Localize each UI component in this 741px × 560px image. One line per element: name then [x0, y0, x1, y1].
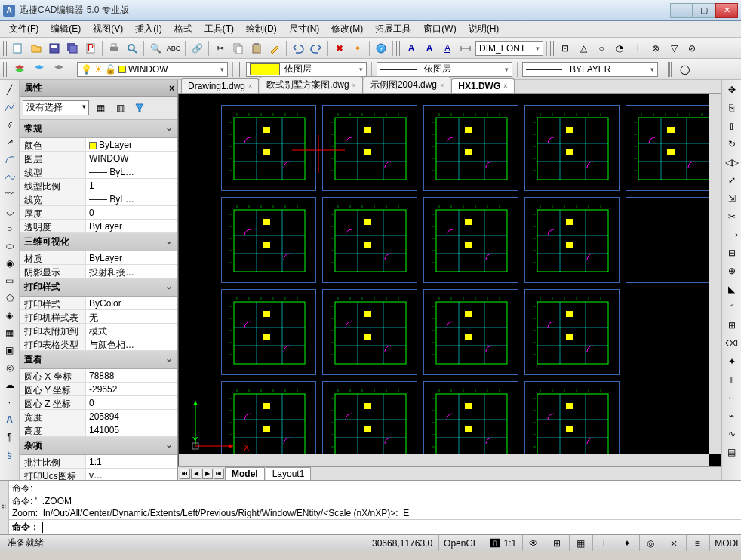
point-icon[interactable]: · [2, 394, 18, 410]
line-icon[interactable]: ╱ [2, 82, 18, 97]
tab-hx1[interactable]: HX1.DWG× [451, 78, 514, 93]
dimfont-combo[interactable]: DIM_FONT [475, 41, 543, 56]
command-input[interactable]: 命令： [9, 519, 741, 534]
snap-tangent-icon[interactable]: ◔ [611, 40, 628, 57]
property-grid[interactable]: 常规 颜色ByLayer 图层WINDOW 线型—— ByL… 线型比例1 线宽… [20, 119, 177, 480]
snap-endpoint-icon[interactable]: ⊡ [557, 40, 573, 57]
menu-help[interactable]: 说明(H) [464, 21, 504, 37]
move-icon[interactable]: ✥ [724, 82, 740, 98]
undo-icon[interactable] [290, 40, 306, 57]
section-misc[interactable]: 杂项 [20, 437, 177, 455]
tab-villa[interactable]: 欧式别墅方案图.dwg× [260, 76, 363, 93]
menu-file[interactable]: 文件(F) [5, 21, 43, 37]
layer-manager-icon[interactable] [11, 61, 28, 78]
textstyle-b-icon[interactable]: A [421, 40, 438, 57]
circle-icon[interactable]: ○ [2, 220, 18, 236]
snap-perp-icon[interactable]: ⊥ [629, 40, 646, 57]
snap-icon[interactable]: ⊞ [551, 537, 563, 549]
align-icon[interactable]: ⫴ [724, 371, 740, 388]
explode-icon[interactable]: ✦ [349, 40, 366, 57]
pickadd-icon[interactable]: ▥ [112, 100, 128, 116]
layer-prev-icon[interactable] [31, 61, 48, 78]
tab-close-icon[interactable]: × [440, 82, 444, 89]
arc-icon[interactable] [2, 151, 18, 167]
menu-insert[interactable]: 插入(I) [131, 21, 166, 37]
annoscale-icon[interactable]: 🅰 [489, 537, 501, 549]
linetype-combo[interactable]: ————依图层 [377, 62, 512, 77]
osnap-icon[interactable]: ◎ [644, 537, 656, 549]
rotate-icon[interactable]: ↻ [724, 136, 740, 152]
snap-none-icon[interactable]: ⊘ [684, 40, 700, 57]
edit-spline-icon[interactable]: ∿ [724, 426, 740, 442]
section-general[interactable]: 常规 [20, 120, 177, 138]
tab-close-icon[interactable]: × [248, 82, 252, 90]
minimize-button[interactable]: ─ [670, 3, 693, 18]
lineweight-combo[interactable]: ————BYLAYER [522, 62, 658, 77]
ortho-icon[interactable]: ⊥ [598, 537, 610, 549]
tab-next-icon[interactable]: ▶ [202, 469, 213, 479]
toolbar-grip[interactable] [3, 41, 7, 56]
helix-icon[interactable]: § [2, 446, 18, 462]
polar-icon[interactable]: ✦ [621, 537, 633, 549]
section-print[interactable]: 打印样式 [20, 278, 177, 297]
menu-tools[interactable]: 工具(T) [200, 21, 238, 37]
paste-icon[interactable] [248, 40, 265, 57]
chamfer-icon[interactable]: ◣ [724, 281, 740, 297]
snap-insert-icon[interactable]: ▽ [666, 40, 682, 57]
spell-icon[interactable]: ABC [165, 40, 182, 57]
maximize-button[interactable]: ▢ [693, 3, 715, 18]
tab-close-icon[interactable]: × [503, 82, 507, 90]
saveall-icon[interactable] [64, 40, 81, 57]
hatch-icon[interactable]: ▦ [2, 325, 18, 340]
fillet-icon[interactable]: ◜ [724, 299, 740, 315]
menu-format[interactable]: 格式 [170, 21, 197, 37]
grid-icon[interactable]: ▦ [574, 537, 586, 549]
region-icon[interactable]: ◈ [2, 307, 18, 323]
toolbar-grip[interactable] [550, 41, 554, 56]
save-icon[interactable] [46, 40, 63, 57]
quickselect-icon[interactable]: ▦ [92, 100, 109, 116]
toolbar-grip[interactable] [668, 62, 672, 77]
status-mode[interactable]: MODE [709, 535, 741, 551]
revision-icon[interactable]: ☁ [2, 377, 18, 392]
menu-modify[interactable]: 修改(M) [327, 21, 367, 37]
close-button[interactable]: ✕ [715, 3, 738, 18]
find-icon[interactable]: 🔍 [147, 40, 164, 57]
print-icon[interactable] [106, 40, 122, 57]
color-combo[interactable]: 依图层 [246, 62, 367, 77]
otrack-icon[interactable]: ⤫ [668, 537, 680, 549]
menu-view[interactable]: 视图(V) [88, 21, 128, 37]
join-icon[interactable]: ⊕ [724, 263, 740, 279]
snap-midpoint-icon[interactable]: △ [575, 40, 592, 57]
cmd-grip[interactable]: ⠿ [0, 481, 9, 534]
canvas[interactable]: /* drawn below via JS */ Y X [178, 94, 721, 466]
copy2-icon[interactable]: ⎘ [724, 100, 740, 116]
tab-first-icon[interactable]: ⏮ [180, 469, 190, 479]
snap-node-icon[interactable]: ⊗ [647, 40, 664, 57]
filter-icon[interactable] [131, 100, 148, 116]
edit-pline-icon[interactable]: ⌁ [724, 408, 740, 424]
explode2-icon[interactable]: ✦ [724, 353, 740, 370]
donut-icon[interactable]: ◉ [2, 255, 18, 271]
freehand-icon[interactable]: 〰 [2, 186, 18, 202]
model-tab[interactable]: Model [225, 467, 265, 481]
menu-draw[interactable]: 绘制(D) [241, 21, 281, 37]
scale-icon[interactable]: ⤢ [724, 172, 740, 189]
annovis-icon[interactable]: 👁 [527, 537, 540, 549]
scrollbar-horizontal[interactable] [179, 454, 709, 466]
panel-close-icon[interactable]: × [169, 83, 174, 94]
preview-icon[interactable] [124, 40, 140, 57]
menu-dim[interactable]: 尺寸(N) [284, 21, 324, 37]
command-history[interactable]: 命令: 命令: '_.ZOOM Zoom: In/Out/All/Center/… [9, 481, 741, 519]
ellipse-icon[interactable]: ⬭ [2, 238, 18, 254]
text-icon[interactable]: A [2, 411, 18, 427]
rectangle-icon[interactable]: ▭ [2, 272, 18, 288]
section-view[interactable]: 查看 [20, 351, 177, 369]
array-icon[interactable]: ⊞ [724, 317, 740, 334]
menu-window[interactable]: 窗口(W) [419, 21, 460, 37]
layout1-tab[interactable]: Layout1 [266, 467, 312, 481]
extend-icon[interactable]: ⟶ [724, 226, 740, 243]
offset-icon[interactable]: ⫿ [724, 118, 740, 134]
link-icon[interactable]: 🔗 [189, 40, 205, 57]
wipeout-icon[interactable]: ◎ [2, 359, 18, 375]
